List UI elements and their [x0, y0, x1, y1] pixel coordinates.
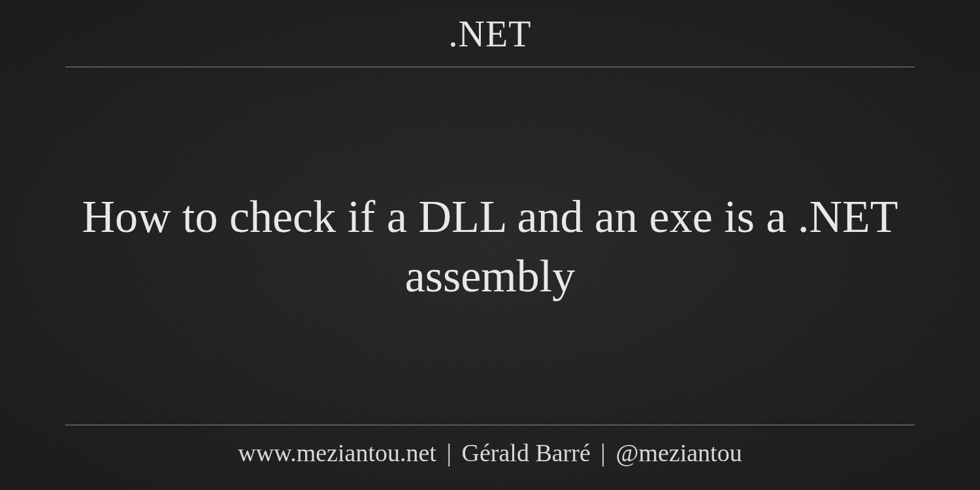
- footer-handle: @meziantou: [615, 439, 742, 466]
- footer-website: www.meziantou.net: [238, 439, 436, 466]
- footer-text: www.meziantou.net | Gérald Barré | @mezi…: [238, 439, 742, 466]
- main-content: How to check if a DLL and an exe is a .N…: [65, 67, 915, 425]
- footer-section: www.meziantou.net | Gérald Barré | @mezi…: [65, 425, 915, 470]
- category-label: .NET: [65, 13, 915, 55]
- footer-separator-1: |: [446, 439, 451, 466]
- header-section: .NET: [65, 13, 915, 67]
- article-title: How to check if a DLL and an exe is a .N…: [65, 187, 915, 306]
- footer-separator-2: |: [600, 439, 606, 466]
- footer-author: Gérald Barré: [462, 439, 591, 466]
